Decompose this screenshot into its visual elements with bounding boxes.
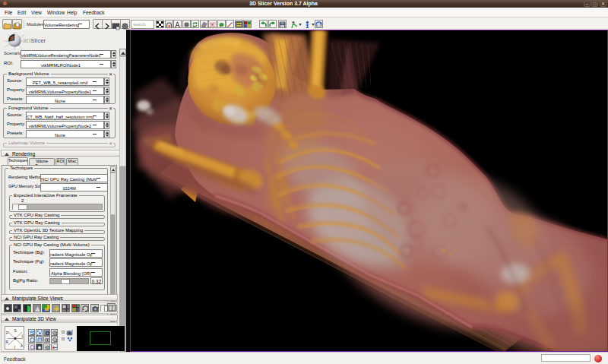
svg-text:I: I	[14, 345, 15, 350]
svg-text:L: L	[22, 334, 24, 338]
svg-text:A: A	[21, 343, 24, 348]
svg-text:P: P	[6, 331, 9, 335]
svg-text:S: S	[14, 328, 17, 333]
svg-text:R: R	[6, 340, 9, 344]
